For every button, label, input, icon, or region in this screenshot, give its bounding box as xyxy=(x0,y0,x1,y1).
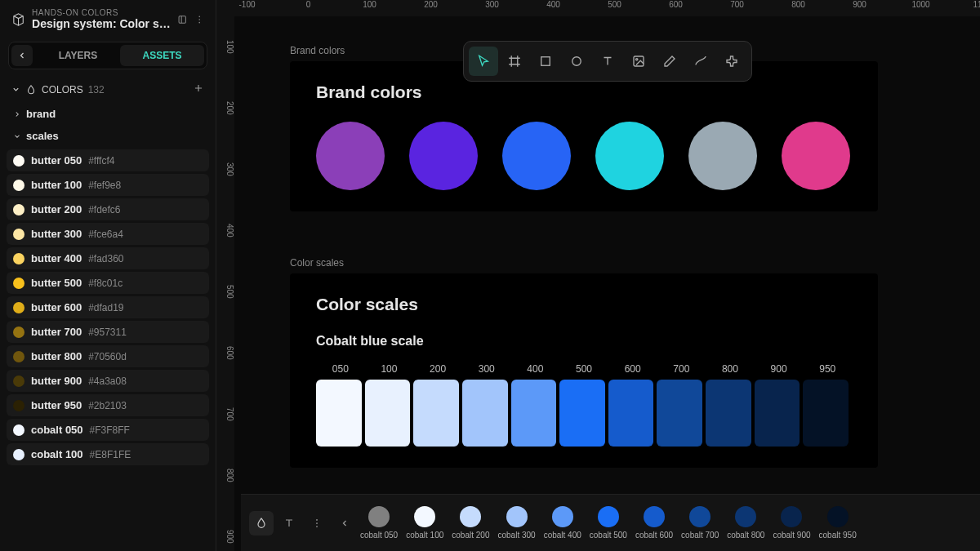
bar-swatch[interactable]: cobalt 500 xyxy=(590,506,627,540)
more-icon[interactable] xyxy=(194,13,204,26)
breadcrumb[interactable]: HANDS-ON COLORS xyxy=(32,8,171,17)
bar-swatch[interactable]: cobalt 050 xyxy=(360,506,398,540)
bar-swatch-label: cobalt 100 xyxy=(406,531,443,540)
app-logo-icon xyxy=(11,11,25,29)
scale-tile[interactable] xyxy=(755,380,800,447)
canvas[interactable]: Brand colors Brand colors Color scales C… xyxy=(234,16,980,551)
bar-swatch-label: cobalt 300 xyxy=(497,531,535,540)
swatch-dot xyxy=(13,229,24,240)
bar-swatch-dot xyxy=(368,506,390,527)
brand-swatch[interactable] xyxy=(782,122,850,190)
file-title: Design system: Color sca... xyxy=(32,17,171,30)
swatch-name: cobalt 100 xyxy=(31,448,83,460)
swatch-item[interactable]: butter 300#fce6a4 xyxy=(7,223,209,245)
bar-swatch[interactable]: cobalt 950 xyxy=(819,506,857,540)
swatch-item[interactable]: cobalt 100#E8F1FE xyxy=(7,443,209,465)
scale-tile[interactable] xyxy=(706,380,751,447)
scale-tile[interactable] xyxy=(365,380,411,447)
swatch-item[interactable]: butter 800#70560d xyxy=(7,345,209,367)
scale-tile[interactable] xyxy=(316,380,362,447)
swatch-item[interactable]: butter 900#4a3a08 xyxy=(7,370,209,392)
swatch-hex: #dfad19 xyxy=(88,302,123,313)
sidebar-tabs: LAYERS ASSETS xyxy=(8,42,207,69)
brand-swatch[interactable] xyxy=(409,122,478,190)
scale-tile[interactable] xyxy=(559,380,605,447)
back-button[interactable] xyxy=(11,45,33,66)
frame-color-scales[interactable]: Color scales Color scales Cobalt blue sc… xyxy=(290,257,878,468)
swatch-item[interactable]: butter 600#dfad19 xyxy=(7,296,209,318)
brand-swatch[interactable] xyxy=(502,122,571,190)
bar-swatch[interactable]: cobalt 400 xyxy=(544,506,581,540)
scale-step-label: 500 xyxy=(559,363,608,375)
bar-swatch[interactable]: cobalt 900 xyxy=(773,506,810,540)
tool-curve[interactable] xyxy=(686,47,715,76)
brand-swatch[interactable] xyxy=(595,122,664,190)
swatch-item[interactable]: butter 100#fef9e8 xyxy=(7,174,209,196)
bar-swatch-label: cobalt 900 xyxy=(773,531,810,540)
swatch-mode-color[interactable] xyxy=(249,511,274,535)
bar-swatch-dot xyxy=(735,506,756,527)
swatch-item[interactable]: butter 200#fdefc6 xyxy=(7,198,209,220)
svg-point-10 xyxy=(316,526,318,527)
scale-step-label: 050 xyxy=(316,363,365,375)
swatch-item[interactable]: butter 700#957311 xyxy=(7,321,209,343)
tool-rect[interactable] xyxy=(531,47,560,76)
group-scales[interactable]: scales xyxy=(7,125,209,147)
svg-rect-0 xyxy=(179,16,185,22)
bar-swatch[interactable]: cobalt 700 xyxy=(681,506,719,540)
scale-tile[interactable] xyxy=(657,380,702,447)
brand-swatch[interactable] xyxy=(316,122,385,190)
tab-assets[interactable]: ASSETS xyxy=(120,45,204,66)
scale-step-label: 300 xyxy=(462,363,511,375)
tool-ellipse[interactable] xyxy=(562,47,591,76)
swatch-item[interactable]: butter 950#2b2103 xyxy=(7,394,209,416)
tool-pen[interactable] xyxy=(655,47,684,76)
panel-header[interactable]: COLORS 132 xyxy=(0,76,216,103)
bar-swatch[interactable]: cobalt 800 xyxy=(727,506,764,540)
bar-swatch[interactable]: cobalt 100 xyxy=(406,506,443,540)
swatch-item[interactable]: butter 400#fad360 xyxy=(7,247,209,269)
scale-tile[interactable] xyxy=(462,380,508,447)
add-button[interactable] xyxy=(193,82,204,96)
bar-swatch-dot xyxy=(506,506,528,527)
tool-image[interactable] xyxy=(624,47,653,76)
swatch-item[interactable]: butter 500#f8c01c xyxy=(7,272,209,294)
group-brand[interactable]: brand xyxy=(7,103,209,125)
swatch-hex: #2b2103 xyxy=(88,400,127,411)
bar-swatch-label: cobalt 050 xyxy=(360,531,398,540)
scale-tile[interactable] xyxy=(511,380,557,447)
tool-frame[interactable] xyxy=(500,47,529,76)
panel-icon[interactable] xyxy=(177,13,187,26)
bar-swatch-label: cobalt 950 xyxy=(819,531,857,540)
bar-swatch[interactable]: cobalt 600 xyxy=(635,506,673,540)
svg-point-7 xyxy=(635,59,637,60)
scale-tile[interactable] xyxy=(413,380,459,447)
swatch-item[interactable]: butter 050#fffcf4 xyxy=(7,149,209,171)
scale-tile[interactable] xyxy=(608,380,654,447)
bar-swatch[interactable]: cobalt 300 xyxy=(497,506,535,540)
swatch-hex: #4a3a08 xyxy=(88,375,127,387)
tab-layers[interactable]: LAYERS xyxy=(36,45,120,66)
svg-point-3 xyxy=(198,21,200,23)
brand-swatch[interactable] xyxy=(688,122,757,190)
tool-text[interactable] xyxy=(593,47,622,76)
tool-plugin[interactable] xyxy=(717,47,746,76)
tool-select[interactable] xyxy=(469,47,498,76)
swatch-dot xyxy=(13,327,24,338)
swatch-mode-text[interactable] xyxy=(277,511,301,535)
swatch-hex: #fdefc6 xyxy=(88,204,120,216)
scale-tile[interactable] xyxy=(803,380,849,447)
swatch-prev[interactable] xyxy=(332,511,357,535)
swatch-name: butter 700 xyxy=(31,326,82,338)
scale-step-label: 400 xyxy=(511,363,560,375)
bar-swatch[interactable]: cobalt 200 xyxy=(452,506,489,540)
scale-step-label: 100 xyxy=(365,363,414,375)
swatch-dot xyxy=(13,375,24,387)
scale-step-label: 800 xyxy=(706,363,755,375)
svg-rect-4 xyxy=(541,57,550,66)
swatch-name: cobalt 050 xyxy=(31,424,83,436)
swatch-more[interactable] xyxy=(305,511,329,535)
swatch-name: butter 100 xyxy=(31,179,82,191)
swatch-item[interactable]: cobalt 050#F3F8FF xyxy=(7,419,209,441)
swatch-name: butter 500 xyxy=(31,277,82,289)
